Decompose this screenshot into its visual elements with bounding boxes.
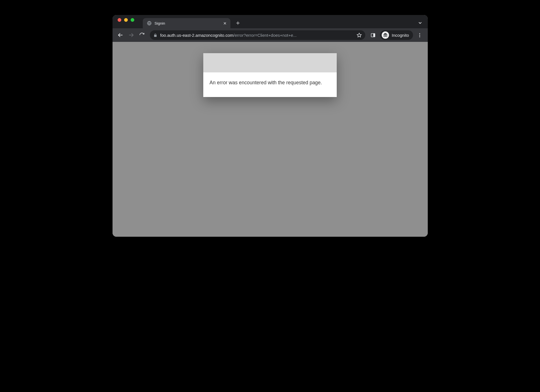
svg-point-4 [384,35,385,37]
window-controls [118,15,134,28]
incognito-label: Incognito [392,33,409,38]
nav-back-button[interactable] [115,30,126,40]
tab-strip: Signin [113,15,428,28]
reload-button[interactable] [137,30,147,40]
svg-rect-2 [373,33,375,37]
bookmark-button[interactable] [357,33,362,38]
new-tab-button[interactable] [234,19,242,27]
tabs-dropdown-button[interactable] [416,19,424,27]
error-card: An error was encountered with the reques… [203,53,337,97]
window-minimize-button[interactable] [124,18,128,22]
svg-rect-3 [383,35,387,35]
svg-point-7 [419,35,420,35]
svg-point-6 [419,33,420,34]
address-bar[interactable]: foo.auth.us-east-2.amazoncognito.com/err… [150,30,365,40]
browser-toolbar: foo.auth.us-east-2.amazoncognito.com/err… [113,28,428,42]
side-panel-button[interactable] [368,30,378,40]
close-tab-button[interactable] [223,21,228,26]
svg-point-5 [385,35,387,37]
error-card-header [203,53,337,72]
svg-point-8 [419,36,420,37]
window-maximize-button[interactable] [131,18,134,22]
page-content: An error was encountered with the reques… [113,42,428,237]
nav-forward-button[interactable] [126,30,136,40]
error-message: An error was encountered with the reques… [203,72,337,97]
url-path: /error?error=Client+does+not+e... [234,33,297,38]
url-text: foo.auth.us-east-2.amazoncognito.com/err… [160,33,354,38]
browser-tab[interactable]: Signin [143,18,230,28]
incognito-icon [382,31,389,39]
browser-window: Signin [113,15,428,237]
lock-icon [153,33,157,37]
url-domain: foo.auth.us-east-2.amazoncognito.com [160,33,234,38]
globe-icon [147,21,152,26]
menu-button[interactable] [415,30,425,40]
window-close-button[interactable] [118,18,121,22]
tab-title: Signin [155,21,165,25]
incognito-indicator[interactable]: Incognito [380,30,413,40]
